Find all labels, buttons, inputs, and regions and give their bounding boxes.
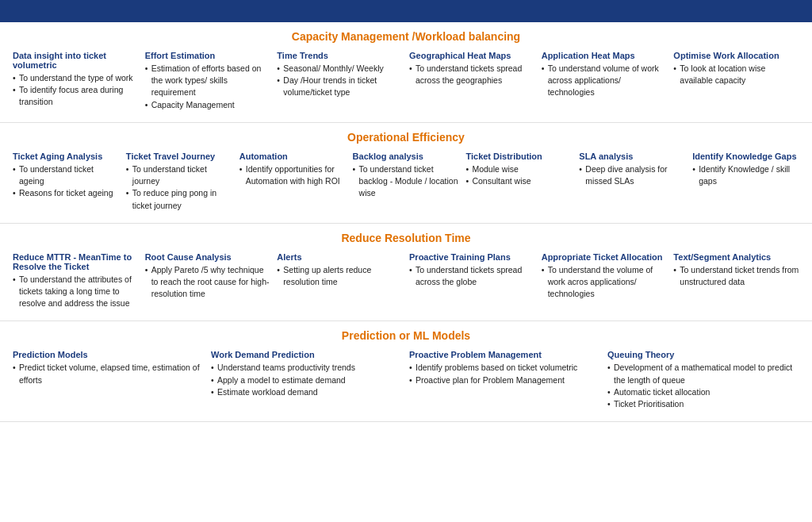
cards-row-capacity: Data insight into ticket volumetricTo un… (13, 51, 799, 111)
card-capacity-4: Application Heat MapsTo understand volum… (542, 51, 668, 99)
card-capacity-1: Effort EstimationEstimation of efforts b… (145, 51, 271, 111)
card-body-prediction-1: Understand teams productivity trendsAppl… (211, 362, 403, 398)
card-body-prediction-3: Development of a mathematical model to p… (607, 362, 799, 410)
page-title (0, 0, 812, 22)
card-prediction-2: Proactive Problem ManagementIdentify pro… (409, 350, 601, 386)
card-title-capacity-3: Geographical Heat Maps (409, 51, 535, 60)
card-title-resolution-2: Alerts (277, 252, 403, 262)
card-title-capacity-2: Time Trends (277, 51, 403, 60)
card-resolution-5: Text/Segment AnalyticsTo understand tick… (673, 252, 799, 288)
card-title-prediction-2: Proactive Problem Management (409, 350, 601, 359)
bullet-item: Reasons for ticket ageing (13, 187, 120, 199)
card-body-capacity-2: Seasonal/ Monthly/ WeeklyDay /Hour trend… (277, 63, 403, 99)
card-title-operational-0: Ticket Aging Analysis (13, 152, 120, 161)
section-title-capacity: Capacity Management /Workload balancing (13, 30, 799, 43)
bullet-item: Estimation of efforts based on the work … (145, 63, 271, 99)
card-body-capacity-0: To understand the type of workTo identif… (13, 72, 139, 109)
card-title-prediction-1: Work Demand Prediction (211, 350, 403, 359)
section-capacity: Capacity Management /Workload balancingD… (0, 22, 812, 123)
bullet-item: Consultant wise (465, 175, 573, 187)
section-title-prediction: Prediction or ML Models (13, 329, 799, 342)
card-title-capacity-5: Optimise Work Allocation (673, 51, 799, 60)
card-title-capacity-0: Data insight into ticket volumetric (13, 51, 139, 70)
bullet-item: Setting up alerts reduce resolution time (277, 264, 403, 288)
cards-row-operational: Ticket Aging AnalysisTo understand ticke… (13, 152, 799, 212)
card-body-capacity-1: Estimation of efforts based on the work … (145, 63, 271, 111)
card-resolution-3: Proactive Training PlansTo understand ti… (409, 252, 535, 288)
card-title-resolution-0: Reduce MTTR - MeanTime to Resolve the Ti… (13, 252, 139, 271)
card-prediction-0: Prediction ModelsPredict ticket volume, … (13, 350, 205, 386)
card-title-operational-3: Backlog analysis (353, 152, 460, 161)
bullet-item: Deep dive analysis for missed SLAs (579, 163, 686, 187)
bullet-item: To understand ticket trends from unstruc… (673, 264, 799, 288)
bullet-item: To look at location wise available capac… (673, 63, 799, 86)
bullet-item: Development of a mathematical model to p… (607, 362, 799, 386)
card-title-operational-2: Automation (239, 152, 347, 161)
bullet-item: To understand tickets spread across the … (409, 63, 535, 86)
bullet-item: Ticket Prioritisation (607, 398, 799, 410)
card-title-operational-5: SLA analysis (579, 152, 686, 161)
card-body-operational-6: Identify Knowledge / skill gaps (692, 163, 799, 187)
card-resolution-4: Appropriate Ticket AllocationTo understa… (542, 252, 668, 301)
bullet-item: To understand ticket journey (126, 163, 233, 187)
bullet-item: To reduce ping pong in ticket journey (126, 187, 233, 211)
card-body-capacity-5: To look at location wise available capac… (673, 63, 799, 86)
bullet-item: To understand ticket backlog - Module / … (353, 163, 460, 200)
cards-row-resolution: Reduce MTTR - MeanTime to Resolve the Ti… (13, 252, 799, 310)
card-body-resolution-3: To understand tickets spread across the … (409, 264, 535, 288)
card-body-prediction-0: Predict ticket volume, elapsed time, est… (13, 362, 205, 386)
bullet-item: Estimate workload demand (211, 386, 403, 398)
card-body-resolution-5: To understand ticket trends from unstruc… (673, 264, 799, 288)
card-operational-5: SLA analysisDeep dive analysis for misse… (579, 152, 686, 187)
card-body-prediction-2: Identify problems based on ticket volume… (409, 362, 601, 386)
card-operational-0: Ticket Aging AnalysisTo understand ticke… (13, 152, 120, 200)
section-title-resolution: Reduce Resolution Time (13, 232, 799, 244)
card-operational-4: Ticket DistributionModule wiseConsultant… (465, 152, 573, 187)
bullet-item: To understand the attributes of tickets … (13, 274, 139, 310)
section-operational: Operational EfficiencyTicket Aging Analy… (0, 123, 812, 224)
card-body-operational-4: Module wiseConsultant wise (465, 163, 573, 187)
card-body-resolution-4: To understand the volume of work acros a… (542, 264, 668, 301)
card-body-resolution-0: To understand the attributes of tickets … (13, 274, 139, 310)
section-prediction: Prediction or ML ModelsPrediction Models… (0, 321, 812, 422)
card-prediction-3: Queuing TheoryDevelopment of a mathemati… (607, 350, 799, 410)
bullet-item: Apply Pareto /5 why technique to reach t… (145, 264, 271, 301)
card-resolution-1: Root Cause AnalysisApply Pareto /5 why t… (145, 252, 271, 301)
bullet-item: Predict ticket volume, elapsed time, est… (13, 362, 205, 386)
bullet-item: Apply a model to estimate demand (211, 374, 403, 386)
card-operational-2: AutomationIdentify opportunities for Aut… (239, 152, 347, 187)
card-body-operational-0: To understand ticket ageingReasons for t… (13, 163, 120, 200)
card-title-resolution-1: Root Cause Analysis (145, 252, 271, 262)
card-title-operational-4: Ticket Distribution (465, 152, 573, 161)
bullet-item: Module wise (465, 163, 573, 175)
card-title-prediction-3: Queuing Theory (607, 350, 799, 359)
bullet-item: Day /Hour trends in ticket volume/ticket… (277, 75, 403, 98)
bullet-item: Capacity Management (145, 99, 271, 111)
card-body-capacity-3: To understand tickets spread across the … (409, 63, 535, 86)
card-body-operational-5: Deep dive analysis for missed SLAs (579, 163, 686, 187)
card-capacity-0: Data insight into ticket volumetricTo un… (13, 51, 139, 109)
card-resolution-2: AlertsSetting up alerts reduce resolutio… (277, 252, 403, 288)
card-body-capacity-4: To understand volume of work across appl… (542, 63, 668, 99)
bullet-item: To understand volume of work across appl… (542, 63, 668, 99)
bullet-item: To understand ticket ageing (13, 163, 120, 187)
bullet-item: Proactive plan for Problem Management (409, 374, 601, 386)
card-title-prediction-0: Prediction Models (13, 350, 205, 359)
card-body-operational-3: To understand ticket backlog - Module / … (353, 163, 460, 200)
bullet-item: Seasonal/ Monthly/ Weekly (277, 63, 403, 75)
card-capacity-5: Optimise Work AllocationTo look at locat… (673, 51, 799, 86)
card-body-resolution-1: Apply Pareto /5 why technique to reach t… (145, 264, 271, 301)
bullet-item: Automatic ticket allocation (607, 386, 799, 398)
section-resolution: Reduce Resolution TimeReduce MTTR - Mean… (0, 224, 812, 322)
bullet-item: Understand teams productivity trends (211, 362, 403, 374)
card-body-operational-2: Identify opportunities for Automation wi… (239, 163, 347, 187)
card-title-resolution-4: Appropriate Ticket Allocation (542, 252, 668, 262)
bullet-item: To understand the type of work (13, 72, 139, 84)
cards-row-prediction: Prediction ModelsPredict ticket volume, … (13, 350, 799, 410)
card-capacity-2: Time TrendsSeasonal/ Monthly/ WeeklyDay … (277, 51, 403, 99)
card-title-resolution-3: Proactive Training Plans (409, 252, 535, 262)
bullet-item: To understand the volume of work acros a… (542, 264, 668, 301)
card-operational-1: Ticket Travel JourneyTo understand ticke… (126, 152, 233, 212)
card-resolution-0: Reduce MTTR - MeanTime to Resolve the Ti… (13, 252, 139, 310)
card-title-capacity-4: Application Heat Maps (542, 51, 668, 60)
